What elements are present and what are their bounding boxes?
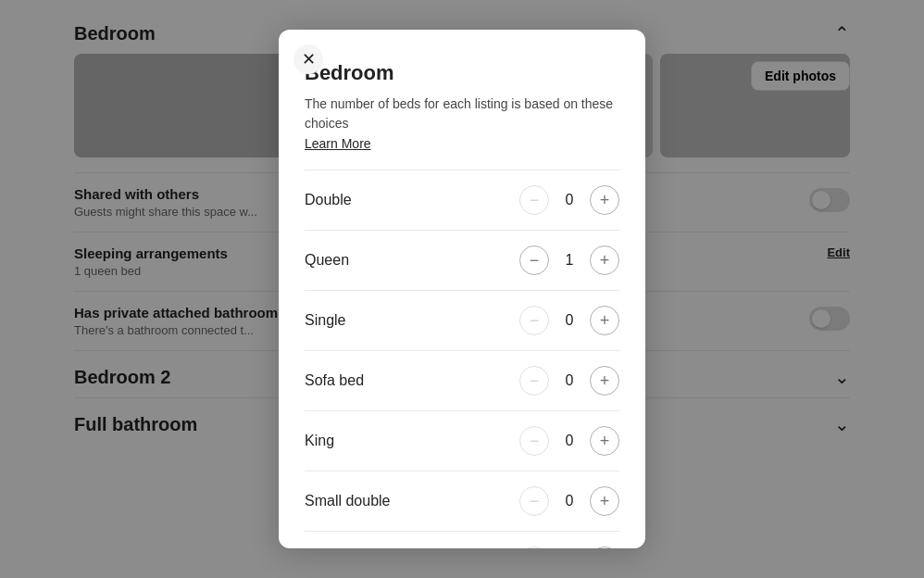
king-increment-button[interactable]: + [590, 426, 619, 456]
queen-decrement-button[interactable]: − [519, 245, 549, 275]
single-increment-button[interactable]: + [590, 306, 619, 335]
minus-icon: − [530, 372, 540, 389]
couch-stepper: − 0 + [519, 547, 619, 548]
plus-icon: + [600, 493, 610, 509]
sofa-bed-decrement-button[interactable]: − [519, 366, 549, 396]
king-label: King [305, 433, 334, 449]
king-value: 0 [562, 433, 577, 449]
plus-icon: + [600, 372, 610, 389]
single-stepper: − 0 + [519, 306, 619, 335]
plus-icon: + [600, 433, 610, 449]
bed-row-king: King − 0 + [305, 410, 619, 471]
king-decrement-button[interactable]: − [519, 426, 549, 456]
sofa-bed-stepper: − 0 + [519, 366, 619, 396]
small-double-increment-button[interactable]: + [590, 486, 619, 516]
single-label: Single [305, 312, 345, 329]
queen-increment-button[interactable]: + [590, 245, 619, 275]
couch-increment-button[interactable]: + [590, 547, 619, 548]
modal-overlay: ✕ Bedroom The number of beds for each li… [0, 0, 924, 578]
plus-icon: + [600, 252, 610, 269]
small-double-value: 0 [562, 493, 577, 509]
minus-icon: − [530, 433, 540, 449]
bed-row-double: Double − 0 + [305, 170, 619, 230]
minus-icon: − [530, 192, 540, 208]
plus-icon: + [600, 192, 610, 208]
single-decrement-button[interactable]: − [519, 306, 549, 335]
small-double-stepper: − 0 + [519, 486, 619, 516]
double-stepper: − 0 + [519, 185, 619, 215]
bed-row-small-double: Small double − 0 + [305, 471, 619, 531]
queen-label: Queen [305, 252, 349, 269]
queen-stepper: − 1 + [519, 245, 619, 275]
learn-more-link[interactable]: Learn More [305, 136, 371, 151]
queen-value: 1 [562, 252, 577, 269]
minus-icon: − [530, 312, 540, 329]
single-value: 0 [562, 312, 577, 329]
small-double-label: Small double [305, 493, 391, 509]
bed-rows-container: Double − 0 + Queen [305, 170, 619, 548]
small-double-decrement-button[interactable]: − [519, 486, 549, 516]
sofa-bed-increment-button[interactable]: + [590, 366, 619, 396]
double-increment-button[interactable]: + [590, 185, 619, 215]
double-value: 0 [562, 192, 577, 208]
dialog-description: The number of beds for each listing is b… [305, 94, 619, 133]
dialog-close-button[interactable]: ✕ [293, 44, 323, 74]
bed-row-sofa-bed: Sofa bed − 0 + [305, 350, 619, 410]
bedroom-dialog: ✕ Bedroom The number of beds for each li… [279, 30, 645, 548]
close-icon: ✕ [302, 51, 316, 68]
sofa-bed-label: Sofa bed [305, 372, 364, 389]
double-label: Double [305, 192, 352, 208]
page: Bedroom ⌃ Edit photos Shared with others… [0, 0, 924, 578]
sofa-bed-value: 0 [562, 372, 577, 389]
minus-icon: − [530, 493, 540, 509]
minus-icon: − [530, 252, 540, 269]
king-stepper: − 0 + [519, 426, 619, 456]
plus-icon: + [600, 312, 610, 329]
couch-decrement-button[interactable]: − [519, 547, 549, 548]
bed-row-queen: Queen − 1 + [305, 230, 619, 290]
bed-row-single: Single − 0 + [305, 290, 619, 350]
bed-row-couch: Couch − 0 + [305, 531, 619, 548]
double-decrement-button[interactable]: − [519, 185, 549, 215]
dialog-title: Bedroom [305, 61, 619, 85]
